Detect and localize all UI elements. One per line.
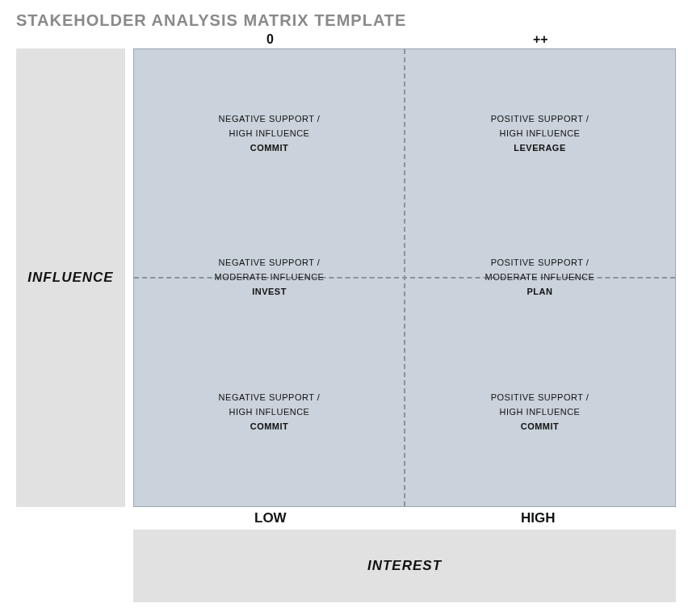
top-scale-left: 0 xyxy=(266,32,274,47)
cell-text: NEGATIVE SUPPORT / xyxy=(134,258,405,267)
cell-action: COMMIT xyxy=(134,143,405,153)
bottom-scale-right: HIGH xyxy=(521,510,556,526)
cell-text: POSITIVE SUPPORT / xyxy=(405,258,675,267)
cell-top-left: NEGATIVE SUPPORT / HIGH INFLUENCE COMMIT xyxy=(134,114,405,153)
cell-text: POSITIVE SUPPORT / xyxy=(405,392,675,402)
cell-text: HIGH INFLUENCE xyxy=(405,407,675,417)
page-title: STAKEHOLDER ANALYSIS MATRIX TEMPLATE xyxy=(16,11,406,30)
top-scale-right: ++ xyxy=(533,32,548,47)
cell-action: INVEST xyxy=(134,287,405,296)
x-axis-label: INTEREST xyxy=(367,558,442,574)
cell-text: MODERATE INFLUENCE xyxy=(405,272,675,282)
cell-top-right: POSITIVE SUPPORT / HIGH INFLUENCE LEVERA… xyxy=(405,114,675,153)
cell-text: HIGH INFLUENCE xyxy=(134,407,405,417)
cell-action: COMMIT xyxy=(405,421,675,431)
matrix-grid: NEGATIVE SUPPORT / HIGH INFLUENCE COMMIT… xyxy=(133,48,676,507)
cell-mid-right: POSITIVE SUPPORT / MODERATE INFLUENCE PL… xyxy=(405,258,675,296)
cell-action: PLAN xyxy=(405,287,675,296)
cell-text: NEGATIVE SUPPORT / xyxy=(134,114,405,124)
y-axis-panel: INFLUENCE xyxy=(16,48,125,507)
y-axis-label: INFLUENCE xyxy=(27,270,113,286)
cell-bottom-right: POSITIVE SUPPORT / HIGH INFLUENCE COMMIT xyxy=(405,392,675,431)
cell-text: MODERATE INFLUENCE xyxy=(134,272,405,282)
bottom-scale: LOW HIGH xyxy=(133,510,676,530)
bottom-scale-left: LOW xyxy=(254,510,287,526)
cell-text: HIGH INFLUENCE xyxy=(134,128,405,138)
cell-action: COMMIT xyxy=(134,421,405,431)
cell-action: LEVERAGE xyxy=(405,143,675,153)
cell-text: NEGATIVE SUPPORT / xyxy=(134,392,405,402)
x-axis-panel: INTEREST xyxy=(133,530,676,602)
cell-text: HIGH INFLUENCE xyxy=(405,128,675,138)
cell-mid-left: NEGATIVE SUPPORT / MODERATE INFLUENCE IN… xyxy=(134,258,405,296)
cell-bottom-left: NEGATIVE SUPPORT / HIGH INFLUENCE COMMIT xyxy=(134,392,405,431)
cell-text: POSITIVE SUPPORT / xyxy=(405,114,675,124)
top-scale: 0 ++ xyxy=(133,32,676,48)
